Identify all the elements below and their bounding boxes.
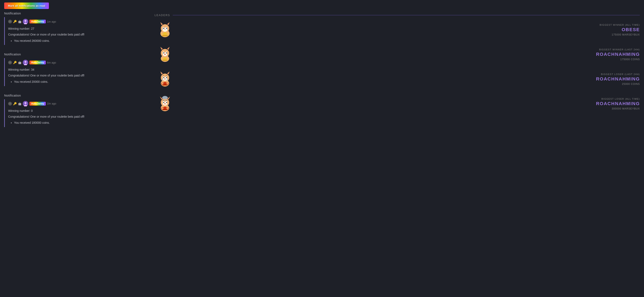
- leader-row-loser-24h: BIGGEST LOSER (LAST 24H) ROACHNAHMING 25…: [154, 68, 640, 91]
- leader-category-loser-24h: BIGGEST LOSER (LAST 24H): [176, 73, 640, 76]
- svg-point-25: [163, 32, 167, 35]
- mascot-loser-24h-svg: [156, 70, 174, 89]
- notification-title-3: Notification: [4, 94, 142, 97]
- leader-category-winner-24h: BIGGEST WINNER (LAST 24H): [176, 48, 640, 51]
- leaders-panel: LEADERS: [150, 12, 640, 135]
- notification-section-2: Notification − 🔑 🤖 AutoJanny 6m ago: [4, 53, 142, 86]
- user-badge-1: AutoJanny: [30, 20, 46, 24]
- svg-point-56: [164, 78, 166, 79]
- svg-point-77: [163, 102, 164, 103]
- key-icon-2: 🔑: [13, 61, 17, 64]
- notifications-panel: Notification − 🔑 🤖 AutoJanny 1m ago: [4, 12, 150, 135]
- svg-point-42: [163, 57, 167, 60]
- mascot-winner-24h-svg: [156, 45, 174, 64]
- leader-row-winner-24h: BIGGEST WINNER (LAST 24H) ROACHNAHMING 1…: [154, 43, 640, 66]
- notification-body-1: Winning number: 27 Congratulations! One …: [8, 26, 142, 43]
- svg-point-78: [166, 102, 167, 103]
- leader-mascot-loser-24h: [154, 70, 176, 89]
- svg-point-71: [165, 97, 168, 99]
- top-bar: Mark all notifications as read: [0, 0, 644, 12]
- svg-point-54: [163, 77, 164, 78]
- svg-point-37: [163, 53, 164, 54]
- notification-card-1: − 🔑 🤖 AutoJanny 1m ago Winning number: [4, 17, 142, 45]
- svg-point-79: [164, 103, 166, 104]
- leader-row-loser-alltime: BIGGEST LOSER (ALL TIME) ROACHNAHMING 30…: [154, 92, 640, 115]
- congrats-1: Congratulations! One or more of your rou…: [8, 32, 142, 37]
- leader-amount-winner-24h: 175000 COINS: [176, 58, 640, 61]
- received-coins-2: You received 20000 coins.: [14, 79, 142, 84]
- notification-header-3: − 🔑 🤖 AutoJanny 1hr ago: [8, 101, 142, 106]
- avatar-2: [23, 60, 28, 65]
- received-coins-1: You received 260000 coins.: [14, 39, 142, 44]
- svg-point-38: [166, 53, 167, 54]
- leader-name-winner-alltime: OBESE: [176, 27, 640, 32]
- svg-point-22: [164, 29, 166, 30]
- leader-category-loser-alltime: BIGGEST LOSER (ALL TIME): [176, 98, 640, 100]
- leaders-container: BIGGEST WINNER (ALL TIME) OBESE 175000 M…: [154, 19, 640, 115]
- leader-text-winner-24h: BIGGEST WINNER (LAST 24H) ROACHNAHMING 1…: [176, 48, 640, 61]
- leaders-title: LEADERS: [154, 14, 640, 17]
- leader-mascot-loser-alltime: [154, 95, 176, 113]
- notification-section-1: Notification − 🔑 🤖 AutoJanny 1m ago: [4, 12, 142, 45]
- leader-amount-loser-alltime: 300000 MARSEYBUX: [176, 107, 640, 110]
- winning-number-3: Winning number: 0: [8, 109, 142, 114]
- leader-text-loser-24h: BIGGEST LOSER (LAST 24H) ROACHNAHMING 25…: [176, 73, 640, 86]
- svg-point-18: [163, 28, 164, 29]
- notification-body-3: Winning number: 0 Congratulations! One o…: [8, 109, 142, 125]
- svg-point-70: [162, 97, 165, 99]
- notification-title-1: Notification: [4, 12, 142, 15]
- key-icon-3: 🔑: [13, 102, 17, 105]
- svg-point-1: [24, 20, 26, 22]
- leader-amount-loser-24h: 25000 COINS: [176, 83, 640, 86]
- congrats-3: Congratulations! One or more of your rou…: [8, 114, 142, 119]
- svg-point-4: [24, 61, 26, 63]
- leader-name-loser-alltime: ROACHNAHMING: [176, 101, 640, 106]
- time-ago-1: 1m ago: [47, 20, 56, 23]
- notification-card-3: − 🔑 🤖 AutoJanny 1hr ago Winning numbe: [4, 99, 142, 127]
- mascot-loser-alltime-svg: [156, 95, 174, 113]
- leader-category-winner-alltime: BIGGEST WINNER (ALL TIME): [176, 24, 640, 26]
- bot-icon-2: 🤖: [18, 61, 22, 64]
- key-icon: 🔑: [13, 20, 17, 23]
- leader-name-loser-24h: ROACHNAHMING: [176, 76, 640, 82]
- leader-amount-winner-alltime: 175000 MARSEYBUX: [176, 33, 640, 36]
- time-ago-2: 6m ago: [47, 61, 56, 64]
- notification-body-2: Winning number: 34 Congratulations! One …: [8, 67, 142, 84]
- svg-point-59: [163, 82, 167, 84]
- mascot-winner-alltime-svg: [156, 21, 174, 39]
- minus-icon-2: −: [8, 61, 12, 64]
- svg-point-55: [166, 77, 167, 78]
- svg-point-20: [162, 29, 163, 30]
- minus-icon-3: −: [8, 102, 12, 106]
- leader-mascot-winner-alltime: [154, 21, 176, 39]
- leader-row-winner-alltime: BIGGEST WINNER (ALL TIME) OBESE 175000 M…: [154, 19, 640, 41]
- bot-icon: 🤖: [18, 20, 22, 23]
- notification-section-3: Notification − 🔑 🤖 AutoJanny 1hr ago: [4, 94, 142, 127]
- leader-mascot-winner-24h: [154, 45, 176, 64]
- avatar-3: [23, 101, 28, 106]
- notification-header-1: − 🔑 🤖 AutoJanny 1m ago: [8, 19, 142, 24]
- notification-title-2: Notification: [4, 53, 142, 56]
- winning-number-1: Winning number: 27: [8, 26, 142, 31]
- avatar-1: [23, 19, 28, 24]
- leader-text-winner-alltime: BIGGEST WINNER (ALL TIME) OBESE 175000 M…: [176, 24, 640, 36]
- leader-text-loser-alltime: BIGGEST LOSER (ALL TIME) ROACHNAHMING 30…: [176, 98, 640, 110]
- received-coins-3: You received 180000 coins.: [14, 120, 142, 125]
- notification-card-2: − 🔑 🤖 AutoJanny 6m ago Winning number: [4, 58, 142, 86]
- user-badge-2: AutoJanny: [30, 61, 46, 64]
- notification-header-2: − 🔑 🤖 AutoJanny 6m ago: [8, 60, 142, 65]
- leader-name-winner-24h: ROACHNAHMING: [176, 52, 640, 57]
- svg-point-21: [167, 29, 168, 30]
- mark-all-read-button[interactable]: Mark all notifications as read: [4, 3, 49, 9]
- svg-point-39: [164, 54, 166, 54]
- user-badge-3: AutoJanny: [30, 102, 46, 106]
- congrats-2: Congratulations! One or more of your rou…: [8, 73, 142, 78]
- main-layout: Notification − 🔑 🤖 AutoJanny 1m ago: [0, 12, 644, 135]
- time-ago-3: 1hr ago: [47, 102, 56, 105]
- bot-icon-3: 🤖: [18, 102, 22, 105]
- minus-icon: −: [8, 20, 12, 24]
- svg-point-7: [24, 102, 26, 104]
- winning-number-2: Winning number: 34: [8, 67, 142, 72]
- svg-point-82: [163, 107, 167, 109]
